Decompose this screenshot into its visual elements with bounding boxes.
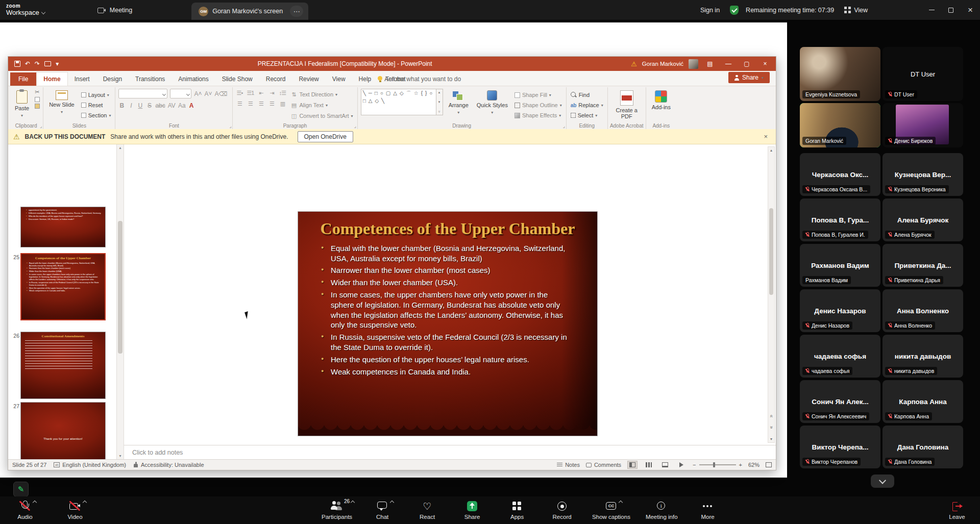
maximize-button[interactable] (941, 0, 961, 20)
scroll-down-icon[interactable]: ▾ (117, 454, 124, 458)
normal-view-button[interactable] (627, 461, 638, 469)
align-center-icon[interactable]: ☰ (247, 101, 254, 107)
ribbon-tab[interactable]: Transitions (129, 72, 172, 86)
ribbon-tab[interactable]: Review (292, 72, 325, 86)
shape-effects-button[interactable]: Shape Effects▾ (513, 112, 563, 119)
columns-icon[interactable]: ▥ (279, 101, 286, 107)
ribbon-tab[interactable]: Slide Show (215, 72, 259, 86)
slideshow-view-button[interactable] (676, 461, 687, 469)
audio-options-caret[interactable] (33, 501, 37, 505)
align-text-button[interactable]: ▤Align Text▾ (289, 102, 354, 109)
canvas-scrollbar[interactable]: ▴ « » ▾ (768, 146, 775, 443)
participant-tile[interactable]: Кузнецова Вер... Кузнецова Вероника (883, 153, 963, 196)
security-shield-icon[interactable] (730, 6, 739, 15)
show-captions-button[interactable]: CC Show captions (592, 500, 630, 520)
ribbon-tab[interactable]: View (326, 72, 352, 86)
font-size-combo[interactable] (170, 89, 191, 98)
redo-icon[interactable]: ↷ (35, 60, 40, 67)
reading-view-button[interactable] (660, 461, 670, 469)
previous-slide-button[interactable]: « (768, 413, 774, 419)
shapes-gallery-scroll[interactable]: ▴▾▿ (436, 89, 443, 115)
decrease-indent-icon[interactable]: ⇤ (257, 90, 264, 96)
react-button[interactable]: ♡ React (412, 500, 442, 520)
ribbon-tab[interactable]: Record (259, 72, 292, 86)
share-button[interactable]: Share ▾ (728, 72, 770, 83)
start-slideshow-icon[interactable] (44, 61, 51, 66)
account-avatar[interactable] (689, 59, 698, 69)
thumbnail-slide-24[interactable]: appointment by the government.Different … (20, 207, 106, 247)
copy-icon[interactable] (35, 97, 40, 102)
clipboard-dialog-launcher[interactable] (40, 123, 42, 129)
ribbon-tab[interactable]: Animations (172, 72, 215, 86)
close-button[interactable] (961, 0, 980, 20)
notes-pane[interactable]: Click to add notes (124, 445, 776, 459)
shapes-gallery[interactable]: ╲─□○▢△◇⌒ ☆{}○□△◇╲ (361, 89, 436, 115)
participants-button[interactable]: 26 Participants (322, 500, 352, 520)
ppt-restore-button[interactable]: ▢ (740, 60, 753, 67)
numbering-icon[interactable]: ☰1 (247, 90, 254, 96)
new-slide-button[interactable]: New Slide ▾ (46, 89, 77, 121)
thumbnail-scrollbar[interactable]: ▴ ▾ (116, 144, 124, 459)
increase-indent-icon[interactable]: ⇥ (268, 90, 275, 96)
participant-tile[interactable]: Дана Головина Дана Головина (883, 426, 963, 468)
ppt-minimize-button[interactable]: — (722, 60, 735, 67)
zoom-level[interactable]: 62% (748, 462, 760, 468)
accessibility-indicator[interactable]: Accessibility: Unavailable (133, 462, 204, 468)
participants-options-caret[interactable] (351, 501, 355, 505)
zoom-out-icon[interactable]: − (693, 462, 696, 468)
bullets-icon[interactable]: ☰• (236, 90, 243, 96)
tell-me-search[interactable]: Tell me what you want to do (374, 72, 465, 86)
drawing-dialog-launcher[interactable] (562, 123, 565, 129)
video-button[interactable]: Video (60, 500, 90, 520)
ribbon-tab[interactable]: Insert (68, 72, 96, 86)
font-dialog-launcher[interactable] (229, 123, 231, 129)
decrease-font-icon[interactable]: A˅ (204, 90, 212, 97)
scroll-up-icon[interactable]: ▴ (768, 148, 774, 153)
shape-outline-button[interactable]: Shape Outline▾ (513, 102, 563, 109)
change-case-button[interactable]: Aa (178, 102, 186, 109)
fit-to-window-icon[interactable] (766, 462, 772, 467)
chat-options-caret[interactable] (390, 501, 395, 505)
ppt-close-button[interactable]: × (758, 60, 772, 67)
save-icon[interactable] (14, 61, 20, 67)
participant-tile[interactable]: Черкасова Окс... Черкасова Оксана В... (800, 153, 880, 196)
shape-fill-button[interactable]: Shape Fill▾ (513, 91, 563, 98)
reset-button[interactable]: Reset (80, 102, 112, 109)
convert-smartart-button[interactable]: ◫Convert to SmartArt▾ (289, 112, 354, 120)
ribbon-tab[interactable]: Home (36, 72, 67, 86)
open-onedrive-button[interactable]: Open OneDrive (298, 131, 353, 142)
captions-options-caret[interactable] (619, 501, 623, 505)
notes-toggle[interactable]: Notes (557, 462, 580, 468)
zoom-control[interactable]: − + (693, 462, 742, 468)
zoom-in-icon[interactable]: + (739, 462, 742, 468)
tab-shared-screen[interactable]: GM Goran Marković's screen (191, 3, 308, 20)
share-button[interactable]: Share (457, 500, 487, 520)
participant-tile[interactable]: Приветкина Да... Приветкина Дарья (883, 244, 963, 287)
line-spacing-icon[interactable]: ↕☰ (279, 90, 286, 96)
meeting-info-button[interactable]: i Meeting info (646, 500, 678, 520)
font-color-button[interactable]: A (188, 102, 195, 109)
participant-tile[interactable]: Виктор Черепа... Виктор Черепанов (800, 426, 880, 468)
sign-in-button[interactable]: Sign in (697, 5, 723, 16)
collapse-panel-button[interactable] (871, 475, 894, 488)
character-spacing-button[interactable]: AV (168, 102, 176, 109)
format-painter-icon[interactable] (35, 104, 40, 109)
layout-button[interactable]: Layout▾ (80, 91, 112, 98)
align-right-icon[interactable]: ☰ (257, 101, 264, 107)
participant-video-tile[interactable]: Денис Бирюков (883, 103, 963, 147)
thumbnail-slide-26[interactable]: Constitutional Amendments (20, 332, 106, 399)
language-indicator[interactable]: ab English (United Kingdom) (54, 462, 126, 468)
participant-tile[interactable]: Сонич Ян Алек... Сонич Ян Алексеевич (800, 380, 880, 423)
thumbnail-slide-27[interactable]: Thank you for your attention! (20, 402, 106, 459)
clear-formatting-icon[interactable]: A⌫ (214, 90, 227, 97)
participant-tile[interactable]: Попова В, Гура... Попова В, Гуралев И. (800, 198, 880, 241)
scroll-down-icon[interactable]: ▾ (768, 437, 774, 441)
tab-meeting[interactable]: Meeting (90, 0, 139, 20)
participant-tile[interactable]: Рахманов Вадим Рахманов Вадим (800, 244, 880, 287)
slide-sorter-view-button[interactable] (644, 461, 654, 469)
bold-button[interactable]: B (118, 102, 125, 109)
thumbnail-slide-25[interactable]: Competences of the Upper Chamber Equal w… (20, 253, 106, 320)
participant-video-tile[interactable]: DT User DT User (883, 47, 963, 101)
video-options-caret[interactable] (83, 501, 87, 505)
warning-icon[interactable]: ⚠ (631, 60, 637, 68)
